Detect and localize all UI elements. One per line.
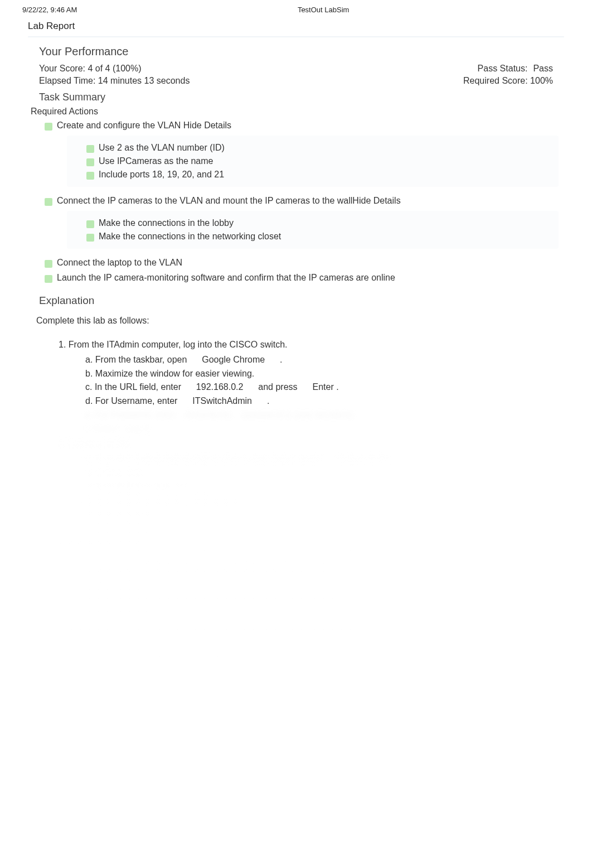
- action-item: Launch the IP camera-monitoring software…: [0, 269, 592, 284]
- substep-bold: 192.168.0.2: [196, 382, 244, 392]
- step-number: 1.: [59, 340, 66, 349]
- score-row: Your Score: 4 of 4 (100%) Pass Status: P…: [0, 62, 592, 75]
- substep-tail: .: [336, 382, 338, 392]
- substep-mid: and press: [258, 382, 297, 392]
- check-icon: [45, 123, 52, 131]
- sub-action-item: Make the connections in the lobby: [67, 216, 559, 230]
- time-row: Elapsed Time: 14 minutes 13 seconds Requ…: [0, 75, 592, 87]
- required-score: Required Score: 100%: [463, 76, 553, 86]
- substep-letter: d.: [85, 396, 93, 406]
- task-summary-heading: Task Summary: [0, 87, 592, 105]
- substep-tail: .: [267, 396, 269, 406]
- sub-action-item: Use IPCameras as the name: [67, 155, 559, 168]
- substep: d. For Username, enter ITSwitchAdmin .: [59, 394, 559, 408]
- action-item: Connect the IP cameras to the VLAN and m…: [0, 190, 592, 208]
- score-value: Your Score: 4 of 4 (100%): [39, 64, 142, 74]
- substep-key: Enter: [312, 382, 333, 392]
- pass-status-label: Pass Status:: [478, 64, 528, 74]
- obscured-content: e. For Password, enter Admin$only (passw…: [59, 408, 559, 678]
- substep: b. Maximize the window for easier viewin…: [59, 367, 559, 381]
- substep-bold: ITSwitchAdmin: [192, 396, 252, 406]
- substep-text: For Username, enter: [95, 396, 178, 406]
- substep-letter: a.: [85, 355, 93, 364]
- sub-action-text: Use IPCameras as the name: [99, 156, 213, 166]
- substep: a. From the taskbar, open Google Chrome …: [59, 353, 559, 367]
- substep-text: Maximize the window for easier viewing.: [95, 369, 254, 378]
- sub-action-text: Include ports 18, 19, 20, and 21: [99, 170, 224, 180]
- step: 1. From the ITAdmin computer, log into t…: [59, 337, 559, 353]
- elapsed-time: Elapsed Time: 14 minutes 13 seconds: [39, 76, 190, 86]
- check-icon: [86, 220, 94, 228]
- sub-action-item: Make the connections in the networking c…: [67, 230, 559, 243]
- header-datetime: 9/22/22, 9:46 AM: [22, 6, 77, 14]
- action-text: Create and configure the VLAN Hide Detai…: [57, 120, 231, 131]
- performance-heading: Your Performance: [0, 37, 592, 62]
- check-icon: [86, 234, 94, 242]
- sub-action-text: Make the connections in the lobby: [99, 218, 234, 228]
- explanation-steps: 1. From the ITAdmin computer, log into t…: [0, 331, 592, 678]
- check-icon: [86, 172, 94, 180]
- check-icon: [45, 260, 52, 268]
- substep-letter: c.: [85, 382, 92, 392]
- required-actions-label: Required Actions: [0, 105, 592, 119]
- report-title: Lab Report: [0, 14, 592, 34]
- action-text: Launch the IP camera-monitoring software…: [57, 273, 395, 283]
- sub-action-item: Include ports 18, 19, 20, and 21: [67, 168, 559, 181]
- explanation-heading: Explanation: [0, 284, 592, 311]
- substep-bold: Google Chrome: [202, 355, 265, 364]
- check-icon: [86, 158, 94, 166]
- sub-action-text: Use 2 as the VLAN number (ID): [99, 143, 225, 153]
- check-icon: [45, 198, 52, 206]
- action-details: Make the connections in the lobby Make t…: [67, 211, 559, 249]
- substep-text: In the URL field, enter: [95, 382, 181, 392]
- check-icon: [86, 145, 94, 153]
- header-app-name: TestOut LabSim: [298, 6, 350, 14]
- action-details: Use 2 as the VLAN number (ID) Use IPCame…: [67, 136, 559, 187]
- sub-action-item: Use 2 as the VLAN number (ID): [67, 141, 559, 155]
- sub-action-text: Make the connections in the networking c…: [99, 232, 281, 242]
- substep-letter: b.: [85, 369, 93, 378]
- action-text: Connect the laptop to the VLAN: [57, 258, 182, 268]
- substep-text: From the taskbar, open: [95, 355, 187, 364]
- page-header: 9/22/22, 9:46 AM TestOut LabSim: [0, 0, 592, 14]
- substep: c. In the URL field, enter 192.168.0.2 a…: [59, 380, 559, 394]
- step-text: From the ITAdmin computer, log into the …: [69, 340, 288, 349]
- action-item: Create and configure the VLAN Hide Detai…: [0, 119, 592, 132]
- check-icon: [45, 275, 52, 283]
- action-item: Connect the laptop to the VLAN: [0, 252, 592, 269]
- substep-tail: .: [280, 355, 282, 364]
- pass-status-value: Pass: [533, 64, 553, 74]
- explanation-intro: Complete this lab as follows:: [0, 311, 592, 331]
- action-text: Connect the IP cameras to the VLAN and m…: [57, 196, 401, 206]
